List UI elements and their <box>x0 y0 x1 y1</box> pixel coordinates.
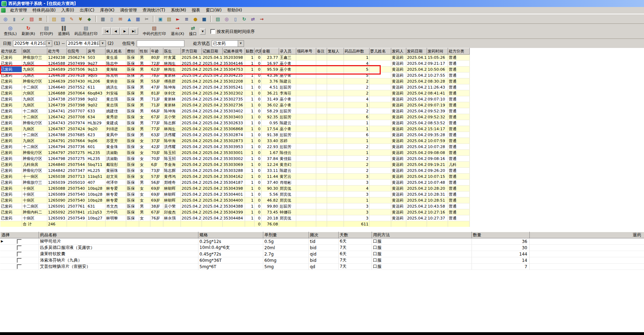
column-header[interactable]: 住院号 <box>67 48 87 55</box>
usage-print-button[interactable]: ▤药品用法打印 <box>72 25 100 36</box>
pencil-icon[interactable]: ✎ <box>68 16 75 22</box>
column-header[interactable]: 性别 <box>139 48 150 55</box>
calculator-icon[interactable]: ≡ <box>183 16 190 22</box>
last-record-button[interactable]: ▶| <box>129 28 138 35</box>
tcm-decoction-print-button[interactable]: ▤中药代煎打印 <box>140 25 168 36</box>
table-row[interactable]: 已发药肿瘤化疗区12647432507974HL加29黄建成医保男77岁陈志辉2… <box>0 120 470 126</box>
column-header[interactable]: 发药时间 <box>427 48 448 55</box>
flag-icon[interactable]: ► <box>175 16 181 22</box>
select-checkbox[interactable] <box>17 264 22 269</box>
column-header[interactable]: 床号 <box>87 48 106 55</box>
table-row[interactable]: 已发药九病区126458925075069q13黄海味医保男62岁林阅生2025… <box>0 67 470 72</box>
table-row[interactable]: 已发药十病区1265093250754910bq27林明黎医保女76岁林永强20… <box>0 215 470 221</box>
column-header[interactable]: 退药 <box>530 232 644 238</box>
column-header[interactable]: 贴数 <box>245 48 255 55</box>
table-row[interactable]: 已发药肿瘤化疗区12646392507430HL206黄炳全医保男55岁傅燕群2… <box>0 78 470 84</box>
menu-item[interactable]: 入库(I) <box>59 7 77 14</box>
export-icon[interactable]: ⇄ <box>250 16 256 22</box>
next-record-button[interactable]: ▶ <box>120 28 129 35</box>
column-header[interactable]: 数量 <box>472 232 530 238</box>
table-row[interactable]: 已发药肿瘤放疗三12492382506274503黄生盾医保男80岁叶友翼202… <box>0 55 470 61</box>
column-header[interactable]: 处方分类 <box>448 48 470 55</box>
select-checkbox[interactable] <box>17 252 22 257</box>
menu-item[interactable]: 处方管理 <box>7 7 30 14</box>
column-header[interactable]: 录入员 <box>279 48 296 55</box>
abacus-icon[interactable]: ≡ <box>37 16 44 22</box>
column-header[interactable]: 金额 <box>262 48 279 55</box>
column-header[interactable]: 领药单号 <box>296 48 316 55</box>
column-header[interactable]: 选择 <box>0 232 39 238</box>
menu-item[interactable]: 窗口(W) <box>203 7 224 14</box>
column-header[interactable]: 用药方法 <box>372 232 472 238</box>
list-item[interactable]: 匹多莫德口服溶液（芙露饮）10ml:0.4g*6支20mlbid7天口服30 <box>0 245 644 251</box>
table-row[interactable]: 已发药十病区1265089250754010bq28林专爱医保女69岁林朝晖20… <box>0 191 470 197</box>
list-item[interactable]: 艾普拉唑肠溶片（壹丽安）5mg*6T5mgqd7天口服7 <box>0 264 644 270</box>
table-row[interactable]: 已发药肿瘤内科二12650922507841z12q53方中民医保男67岁邱俊杰… <box>0 209 470 215</box>
child-window-icon[interactable] <box>1 8 6 13</box>
table-row[interactable]: 已发药九病区126458825074999q27陈志中医保男72岁林阅生2025… <box>0 61 470 67</box>
table-row[interactable]: 已发药九病区126463825076189q05陈兑明医保男78岁黄新林2025… <box>0 72 470 78</box>
column-header[interactable]: 病区 <box>22 48 47 55</box>
table-row[interactable]: 已发药十二病区12647422507708634黄秀碧医保女67岁吴小荣2025… <box>0 114 470 120</box>
chevron-down-icon[interactable]: ▼ <box>238 41 244 47</box>
document-icon[interactable]: ▯ <box>108 16 115 22</box>
column-header[interactable]: 婴儿姓名 <box>370 48 391 55</box>
bank-icon[interactable]: ■ <box>201 16 208 22</box>
first-record-button[interactable]: |◀ <box>102 28 111 35</box>
table-row[interactable]: 已发药十一病区1265038250771311bq51赵文英医保女57岁黄伟鸿2… <box>0 174 470 180</box>
search-icon[interactable]: ◎ <box>2 16 9 22</box>
column-header[interactable]: 药品品种数 <box>344 48 370 55</box>
table-row[interactable]: 已发药十二病区12647412507707633姚建佳医保男66岁陈坤海2025… <box>0 108 470 114</box>
red-book-icon[interactable]: ▤ <box>28 16 35 22</box>
select-checkbox[interactable] <box>17 239 22 244</box>
date-from-combo[interactable]: 2025年 4月25日 ▼ <box>13 40 52 47</box>
menu-item[interactable]: 特殊药品(B) <box>30 7 59 14</box>
chart-icon[interactable]: ▲ <box>126 16 133 22</box>
find-button[interactable]: ◎查找(L) <box>1 25 19 36</box>
chevron-down-icon[interactable]: ▼ <box>100 41 106 47</box>
column-header[interactable]: 费别 <box>126 48 139 55</box>
list-item[interactable]: 康莱特软胶囊0.45g*72s2.7gqid6天口服144 <box>0 251 644 257</box>
refresh-button[interactable]: ↻刷新(R) <box>19 25 38 36</box>
grid-icon[interactable]: ▦ <box>135 16 141 22</box>
exit-door-icon[interactable]: → <box>258 16 265 22</box>
select-checkbox[interactable] <box>17 258 22 263</box>
trace-code-button[interactable]: ‖‖追溯码 <box>55 25 72 36</box>
column-header[interactable]: 处方状态 <box>0 48 22 55</box>
column-header[interactable]: 代煎数 <box>255 48 262 55</box>
date-to-combo[interactable]: 2025年 4月28日 ▼ <box>67 40 106 47</box>
table-row[interactable]: 已发药九病区126478725074249q20刘绵进医保男77岁林阅生2025… <box>0 126 470 132</box>
menu-item[interactable]: 出库(C) <box>77 7 97 14</box>
mail-icon[interactable]: ✉ <box>117 16 124 22</box>
interface-button[interactable]: ⇄接口 <box>187 25 199 36</box>
chevron-down-icon[interactable]: ▼ <box>46 41 52 47</box>
column-header[interactable]: 医生 <box>163 48 181 55</box>
prev-record-button[interactable]: ◀ <box>111 28 120 35</box>
table-row[interactable]: 已发药儿科病房126484025075445bq711戴瑄彤医保女6岁李金海20… <box>0 162 470 168</box>
table-row[interactable]: 已发药九病区126473825073989q02黄志强医保男71岁黄新林2025… <box>0 96 470 102</box>
table-row[interactable]: 已发药十二病区12647942507736601黄金珠医保女42岁洪伟耀2025… <box>0 144 470 150</box>
scissors-icon[interactable]: ✂ <box>143 16 150 22</box>
column-header[interactable]: 记账日期 <box>202 48 223 55</box>
vial-icon[interactable]: ▮ <box>11 16 18 22</box>
column-header[interactable]: 备注 <box>316 48 327 55</box>
refresh-icon[interactable]: ↻ <box>241 16 248 22</box>
column-header[interactable]: 单剂量 <box>263 232 309 238</box>
table-row[interactable]: 已发药十二病区12646402507552611姚洪生医保男47岁陈坤海2025… <box>0 84 470 90</box>
list-item[interactable]: ▶羧甲司坦片0.25g*12s0.5gtid6天口服36 <box>0 238 644 245</box>
column-header[interactable]: 记账单据号 <box>223 48 245 55</box>
table-row[interactable]: 已发药九病区126479125076649q06苏亚芳医保女37岁陈华海2025… <box>0 138 470 144</box>
menu-item[interactable]: 库存(K) <box>97 7 117 14</box>
table-row[interactable]: 已发药十二病区12647882507685623黄凤中医保男63岁洪伟耀2025… <box>0 132 470 138</box>
column-header[interactable]: 药品名称 <box>39 232 198 238</box>
sort-checkbox[interactable] <box>210 29 215 34</box>
table-row[interactable]: 已发药十病区1265090250754010bq28林专爱医保女69岁林朝晖20… <box>0 197 470 203</box>
column-header[interactable]: 发药人 <box>391 48 406 55</box>
table-row[interactable]: 已发药九病区126473925073989q02黄志强医保男71岁黄新林2025… <box>0 102 470 108</box>
column-header[interactable]: 年龄 <box>150 48 163 55</box>
coin-icon[interactable]: ● <box>192 16 199 22</box>
printer-icon[interactable]: ▦ <box>100 16 106 22</box>
basket-icon[interactable]: ◆ <box>86 16 93 22</box>
menu-item[interactable]: 系统(M) <box>168 7 189 14</box>
table-row[interactable]: 已发药肿瘤化疗区12648422507347HL225黄丽珠医保女73岁陈志辉2… <box>0 168 470 174</box>
